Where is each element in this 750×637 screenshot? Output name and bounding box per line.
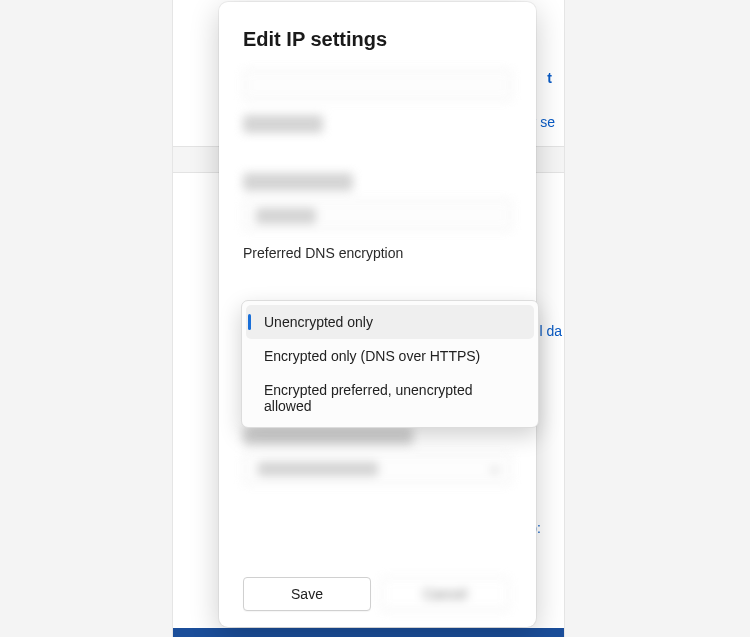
redacted-value <box>258 462 378 476</box>
preferred-dns-encryption-dropdown[interactable]: Unencrypted only Encrypted only (DNS ove… <box>241 300 539 428</box>
option-encrypted-only[interactable]: Encrypted only (DNS over HTTPS) <box>246 339 534 373</box>
save-button[interactable]: Save <box>243 577 371 611</box>
option-unencrypted-only[interactable]: Unencrypted only <box>246 305 534 339</box>
taskbar <box>173 628 564 637</box>
redacted-field-group <box>243 69 512 231</box>
redacted-label <box>243 115 323 133</box>
redacted-label <box>243 427 413 445</box>
redacted-label <box>243 173 353 191</box>
dialog-title: Edit IP settings <box>243 28 512 51</box>
option-encrypted-preferred[interactable]: Encrypted preferred, unencrypted allowed <box>246 373 534 423</box>
dialog-footer: Save Cancel <box>243 577 512 611</box>
alternate-dns-encryption-select[interactable] <box>243 453 512 485</box>
ip-assignment-select[interactable] <box>243 69 512 101</box>
preferred-dns-input[interactable] <box>243 199 512 231</box>
cancel-button[interactable]: Cancel <box>381 577 509 611</box>
bg-window-title: t <box>547 70 552 86</box>
redacted-value <box>256 208 316 224</box>
preferred-dns-encryption-label: Preferred DNS encryption <box>243 245 512 261</box>
